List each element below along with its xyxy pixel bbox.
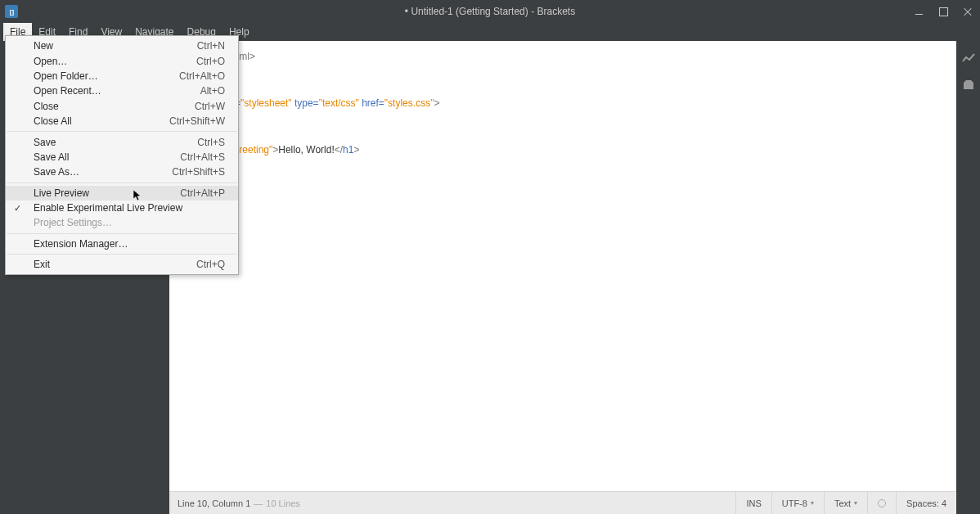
menu-item-shortcut: Ctrl+Shift+S [172,166,225,178]
menu-separator [7,233,237,234]
status-separator: — [254,498,263,508]
menu-item-live-preview[interactable]: Live PreviewCtrl+Alt+P [6,186,238,201]
menu-item-shortcut: Ctrl+Alt+P [180,187,225,199]
menu-item-shortcut: Ctrl+Alt+O [179,70,225,82]
menu-item-label: Open Folder… [34,70,179,82]
menu-item-label: Project Settings… [34,217,225,228]
menu-item-shortcut: Ctrl+O [196,56,225,67]
live-preview-icon[interactable] [962,52,975,64]
indent-label: Spaces: 4 [906,498,946,508]
menu-item-enable-experimental-live-preview[interactable]: ✓Enable Experimental Live Preview [6,201,238,215]
code-text: "styles.css" [384,97,434,109]
menu-item-save-as[interactable]: Save As…Ctrl+Shift+S [6,165,238,179]
editor[interactable]: YPE html> ink rel="stylesheet" type="tex… [169,41,956,491]
maximize-button[interactable] [931,0,955,23]
menu-item-close-all[interactable]: Close AllCtrl+Shift+W [6,114,238,128]
menu-item-save[interactable]: SaveCtrl+S [6,134,238,149]
menu-item-open-folder[interactable]: Open Folder…Ctrl+Alt+O [6,69,238,83]
window-title: • Untitled-1 (Getting Started) - Bracket… [405,6,575,17]
status-dot-icon [878,499,886,507]
code-text: href= [359,97,384,109]
menu-separator [7,254,237,255]
menu-item-extension-manager[interactable]: Extension Manager… [6,237,238,251]
statusbar: Line 10, Column 1 — 10 Lines INS UTF-8▾ … [169,491,956,514]
language-label: Text [834,498,851,508]
menu-item-label: New [34,40,197,52]
menu-item-save-all[interactable]: Save AllCtrl+Alt+S [6,150,238,165]
minimize-button[interactable] [906,0,931,23]
app-icon [5,5,18,18]
menu-item-label: Close All [34,115,169,127]
menu-item-exit[interactable]: ExitCtrl+Q [6,257,238,272]
menu-item-open-recent[interactable]: Open Recent…Alt+O [6,83,238,98]
chevron-down-icon: ▾ [854,499,857,507]
menu-item-label: Close [34,101,195,112]
window-controls [906,0,980,23]
menu-item-shortcut: Ctrl+S [197,137,225,148]
menu-item-shortcut: Ctrl+W [195,101,225,112]
menu-item-shortcut: Alt+O [200,85,225,97]
code-text: type= [292,97,319,109]
menu-item-open[interactable]: Open…Ctrl+O [6,53,238,68]
close-button[interactable] [955,0,980,23]
menu-item-close[interactable]: CloseCtrl+W [6,99,238,114]
extension-manager-icon[interactable] [962,79,975,90]
menu-item-label: Save As… [34,166,172,178]
code-text: h1 [343,144,353,156]
menu-item-label: Live Preview [34,187,180,199]
menu-item-shortcut: Ctrl+Shift+W [169,115,225,127]
cursor-position[interactable]: Line 10, Column 1 [178,498,250,508]
mouse-cursor-icon [133,190,142,201]
right-toolbar [956,41,980,491]
encoding-select[interactable]: UTF-8▾ [771,492,824,514]
chevron-down-icon: ▾ [811,499,814,507]
menu-item-label: Save All [34,151,180,163]
menu-item-label: Extension Manager… [34,238,225,250]
indent-select[interactable]: Spaces: 4 [896,492,956,514]
encoding-label: UTF-8 [782,498,807,508]
line-count: 10 Lines [266,498,300,508]
code-text: > [434,97,439,109]
insert-mode-label: INS [746,498,761,508]
code-text: > [353,144,359,156]
code-text: "text/css" [319,97,359,109]
language-select[interactable]: Text▾ [824,492,867,514]
menu-item-label: Enable Experimental Live Preview [34,202,225,214]
code-text: </ [335,144,343,156]
code-text: "stylesheet" [241,97,292,109]
menu-item-project-settings: Project Settings… [6,215,238,230]
menu-item-label: Open… [34,56,196,67]
file-menu-dropdown: NewCtrl+NOpen…Ctrl+OOpen Folder…Ctrl+Alt… [5,35,239,275]
titlebar: • Untitled-1 (Getting Started) - Bracket… [0,0,980,23]
insert-mode[interactable]: INS [735,492,771,514]
code-area[interactable]: YPE html> ink rel="stylesheet" type="tex… [209,41,956,491]
menu-item-shortcut: Ctrl+N [197,40,225,52]
lint-status[interactable] [867,492,896,514]
menu-item-label: Save [34,137,197,148]
menu-item-shortcut: Ctrl+Q [196,259,225,270]
menu-item-new[interactable]: NewCtrl+N [6,38,238,53]
menu-separator [7,183,237,183]
menu-item-label: Exit [34,259,196,270]
menu-separator [7,131,237,132]
code-text: Hello, World! [278,144,334,156]
menu-item-label: Open Recent… [34,85,200,97]
check-icon: ✓ [14,203,21,214]
menu-item-shortcut: Ctrl+Alt+S [180,151,225,163]
